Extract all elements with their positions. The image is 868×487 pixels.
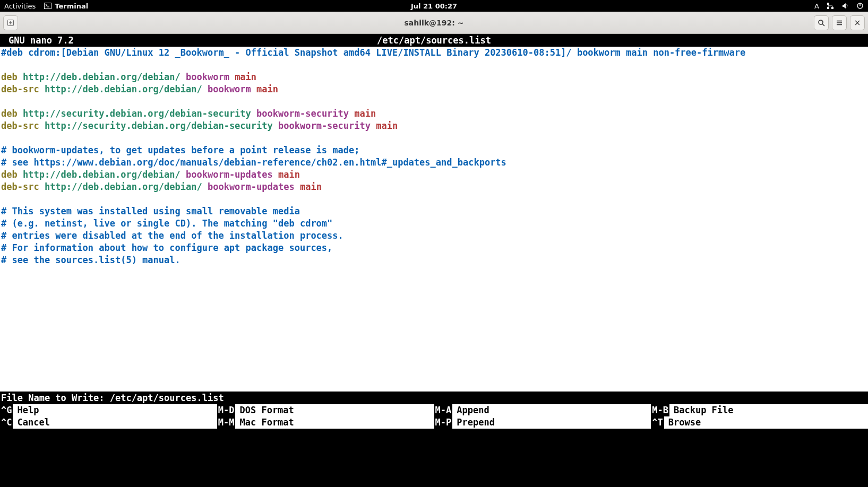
editor-line [1,193,868,205]
editor-line: # see the sources.list(5) manual. [1,254,868,266]
shortcut-label: Append [457,404,489,416]
editor-line: # see https://www.debian.org/doc/manuals… [1,156,868,169]
clock[interactable]: Jul 21 00:27 [411,2,457,10]
shortcut-label: Backup File [674,404,734,416]
editor-line: # entries were disabled at the end of th… [1,230,868,242]
shortcut-label: Cancel [17,416,49,429]
shortcut-key: M-M [217,416,236,429]
svg-rect-4 [831,7,833,9]
editor-line: # This system was installed using small … [1,205,868,218]
editor-line: # bookworm-updates, to get updates befor… [1,144,868,156]
shortcut-item[interactable]: M-DDOS Format [217,404,434,416]
editor-line: deb http://security.debian.org/debian-se… [1,108,868,120]
bottom-filler [0,429,868,487]
editor-line: deb-src http://deb.debian.org/debian/ bo… [1,181,868,193]
shortcut-item[interactable]: ^GHelp [0,404,217,416]
menu-button[interactable] [832,15,847,30]
nano-buffer[interactable]: #deb cdrom:[Debian GNU/Linux 12 _Bookwor… [0,47,868,392]
window-title: sahilk@192: ~ [404,19,463,27]
shortcut-item[interactable]: ^TBrowse [651,416,868,429]
svg-point-10 [819,20,823,24]
svg-rect-2 [827,3,829,5]
svg-rect-0 [45,3,51,9]
shortcut-key: M-B [651,404,669,416]
shortcut-key: M-P [434,416,453,429]
nano-filename: /etc/apt/sources.list [377,35,491,46]
shortcut-item[interactable]: M-PPrepend [434,416,651,429]
editor-line [1,95,868,108]
terminal-icon [44,3,51,9]
network-icon[interactable] [827,2,834,10]
gnome-top-bar: Activities Terminal Jul 21 00:27 A [0,0,868,12]
svg-line-11 [822,24,824,26]
close-icon: × [854,18,861,28]
editor-line: #deb cdrom:[Debian GNU/Linux 12 _Bookwor… [1,47,868,59]
app-menu[interactable]: Terminal [44,2,88,10]
nano-shortcuts: ^GHelpM-DDOS FormatM-AAppendM-BBackup Fi… [0,404,868,429]
volume-icon[interactable] [841,2,849,10]
search-button[interactable] [814,15,829,30]
editor-line: deb-src http://deb.debian.org/debian/ bo… [1,83,868,95]
editor-line: # (e.g. netinst, live or single CD). The… [1,218,868,230]
shortcut-key: M-A [434,404,453,416]
shortcut-key: ^C [0,416,13,429]
input-language-indicator[interactable]: A [814,2,819,10]
hamburger-icon [836,19,843,27]
editor-line: deb http://deb.debian.org/debian/ bookwo… [1,71,868,83]
nano-write-prompt[interactable]: File Name to Write: /etc/apt/sources.lis… [0,392,868,404]
window-titlebar: sahilk@192: ~ × [0,12,868,34]
nano-version: GNU nano 7.2 [1,35,74,46]
shortcut-key: M-D [217,404,236,416]
window-close-button[interactable]: × [850,15,865,30]
shortcut-item[interactable]: M-MMac Format [217,416,434,429]
editor-line: # For information about how to configure… [1,242,868,254]
shortcut-label: Browse [668,416,701,429]
shortcut-key: ^T [651,416,664,429]
editor-line [1,59,868,71]
editor-line: deb http://deb.debian.org/debian/ bookwo… [1,169,868,181]
shortcut-label: Help [17,404,39,416]
app-name-label: Terminal [55,2,88,10]
svg-rect-3 [827,7,829,9]
power-icon[interactable] [856,2,864,10]
shortcut-item[interactable]: M-BBackup File [651,404,868,416]
shortcut-label: Prepend [457,416,495,429]
shortcut-item[interactable]: M-AAppend [434,404,651,416]
editor-line: deb-src http://security.debian.org/debia… [1,120,868,132]
shortcut-label: Mac Format [239,416,294,429]
search-icon [818,19,825,27]
new-tab-button[interactable] [3,15,18,30]
shortcut-item[interactable]: ^CCancel [0,416,217,429]
editor-line [1,132,868,144]
shortcut-key: ^G [0,404,13,416]
activities-button[interactable]: Activities [4,2,36,10]
nano-editor: GNU nano 7.2 /etc/apt/sources.list #deb … [0,34,868,429]
shortcut-label: DOS Format [239,404,294,416]
